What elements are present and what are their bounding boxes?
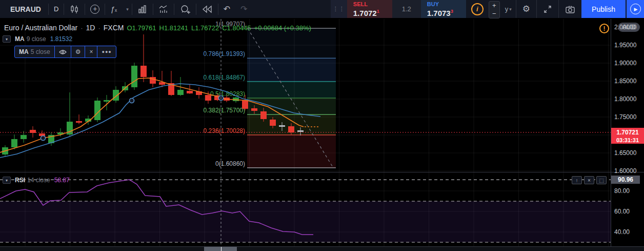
rsi-pane-buttons: ↑ × ⬚: [572, 176, 607, 184]
forecast-button[interactable]: [153, 0, 174, 18]
buy-price: 1.70733: [427, 7, 460, 17]
legend-high: H1.81241: [159, 24, 188, 32]
undo-button[interactable]: ↶: [218, 0, 235, 18]
indicators-button[interactable]: ƒx: [105, 0, 122, 18]
replay-button[interactable]: [196, 0, 218, 18]
partial-dropdown[interactable]: y ▾: [501, 0, 516, 18]
candle-body: [288, 126, 294, 132]
drawing-handle: [130, 99, 134, 103]
price-chart-pane[interactable]: 1(1.99707)0.786(1.91393)0.618(1.84867)0.…: [0, 19, 611, 172]
ma9-legend[interactable]: ▾ MA 9 close 1.81532: [3, 35, 72, 43]
chevron-down-icon: ▾: [509, 7, 512, 12]
chart-type-button[interactable]: [64, 0, 85, 18]
redo-button[interactable]: ↷: [235, 0, 252, 18]
selected-indicator-toolbar: MA 5 close ⚙ × ●●●: [14, 46, 116, 58]
candle-body: [30, 130, 36, 133]
snapshot-button[interactable]: [558, 0, 581, 18]
candle-body: [242, 101, 248, 109]
plus-button[interactable]: +: [489, 2, 499, 10]
fib-level-label: 0.382(1.75700): [204, 107, 245, 114]
settings-button[interactable]: ⚙: [516, 0, 536, 18]
candle-body: [205, 95, 211, 101]
interval-button[interactable]: D: [49, 0, 64, 18]
rsi-crosshair-badge: 90.96: [611, 176, 640, 184]
bar-countdown-badge: 03:31:31: [611, 137, 644, 144]
candle-body: [251, 108, 257, 111]
top-toolbar: EURAUD D + ƒx ▾: [0, 0, 644, 19]
alert-button[interactable]: [174, 0, 196, 18]
rsi-legend[interactable]: ▾ RSI 14 close 58.87: [3, 177, 70, 184]
indicator-params: 9 close: [27, 35, 46, 43]
current-price-badge: 1.70721: [611, 128, 644, 137]
indicator-templates-icon: [137, 4, 148, 14]
publish-button[interactable]: Publish: [581, 0, 626, 18]
fx-indicators-icon: ƒx: [110, 5, 117, 13]
symbol-button[interactable]: EURAUD: [3, 0, 48, 18]
indicator-name: RSI: [15, 177, 25, 184]
fib-level-label: 0.618(1.84867): [204, 74, 245, 81]
symbol-title: Euro / Australian Dollar: [4, 24, 77, 32]
sell-price: 1.70721: [353, 7, 386, 17]
buy-button[interactable]: BUY 1.70733: [421, 0, 466, 18]
maximize-pane-button[interactable]: ⬚: [596, 176, 607, 184]
move-pane-up-button[interactable]: ↑: [572, 176, 582, 184]
toolbar-right-group: ⋮⋮ SELL 1.70721 1.2 BUY 1.70733 i + − y …: [331, 0, 644, 18]
sell-button[interactable]: SELL 1.70721: [347, 0, 392, 18]
fib-band: [247, 58, 336, 82]
chevron-down-icon: ▾: [126, 7, 129, 12]
indicator-name: MA: [15, 35, 25, 43]
pane-separator[interactable]: [0, 172, 644, 172]
indicator-more-button[interactable]: ●●●: [97, 46, 115, 57]
legend-separator: ·: [98, 24, 100, 32]
remove-indicator-button[interactable]: ×: [85, 46, 97, 57]
fib-band: [247, 82, 336, 98]
fib-level-label: 0.236(1.70028): [204, 127, 245, 134]
hide-indicator-button[interactable]: [54, 46, 71, 57]
time-axis-strip[interactable]: [0, 247, 644, 251]
drag-handle-icon[interactable]: ⋮⋮: [331, 0, 347, 18]
candle-body: [113, 90, 119, 101]
candle-body: [177, 90, 184, 95]
chevron-down-icon[interactable]: ▾: [3, 177, 11, 184]
legend-close: C1.80445: [222, 24, 251, 32]
indicator-settings-button[interactable]: ⚙: [71, 46, 85, 57]
toolbar-left-group: EURAUD D + ƒx ▾: [0, 0, 252, 18]
play-icon: ▶: [630, 4, 641, 14]
buy-label: BUY: [427, 1, 460, 7]
ma5-label[interactable]: MA 5 close: [15, 46, 54, 57]
chart-region: 1(1.99707)0.786(1.91393)0.618(1.84867)0.…: [0, 0, 644, 251]
rsi-axis-tick: 60.00: [614, 208, 630, 215]
drawing-handle: [41, 136, 46, 141]
quick-trade-button[interactable]: ▶: [626, 0, 644, 18]
indicator-params: 14 close: [27, 177, 50, 184]
indicator-templates-button[interactable]: [132, 0, 153, 18]
symbol-legend[interactable]: Euro / Australian Dollar · 1D · FXCM O1.…: [4, 24, 311, 32]
legend-open: O1.79761: [127, 24, 156, 32]
price-axis-tick: 1.80000: [614, 95, 636, 103]
camera-icon: [565, 5, 575, 14]
crosshair-tick: [221, 247, 222, 251]
price-axis[interactable]: AUD 2.000001.950001.900001.850001.800001…: [611, 19, 644, 251]
candle-body: [76, 121, 82, 123]
indicators-dropdown-button[interactable]: ▾: [122, 0, 132, 18]
crosshair-time-badge: [204, 247, 237, 251]
price-axis-tick: 1.60000: [614, 167, 636, 175]
info-icon[interactable]: i: [471, 3, 484, 15]
close-pane-button[interactable]: ×: [584, 176, 594, 184]
rsi-axis-tick: 40.00: [614, 228, 630, 236]
fib-band: [247, 28, 336, 58]
indicator-name: MA: [19, 48, 29, 55]
indicator-params: 5 close: [31, 48, 50, 55]
price-axis-tick: 2.00000: [614, 24, 636, 31]
candle-body: [270, 120, 276, 126]
warning-icon[interactable]: !: [599, 24, 609, 33]
fullscreen-button[interactable]: [536, 0, 558, 18]
minus-button[interactable]: −: [489, 10, 499, 18]
chevron-down-icon[interactable]: ▾: [3, 35, 11, 43]
compare-button[interactable]: +: [85, 0, 105, 18]
rsi-chart-pane[interactable]: [0, 172, 611, 246]
price-axis-tick: 1.95000: [614, 42, 636, 49]
price-axis-tick: 1.85000: [614, 78, 636, 85]
close-icon: ×: [89, 48, 93, 55]
plus-circle-icon: +: [90, 5, 99, 14]
